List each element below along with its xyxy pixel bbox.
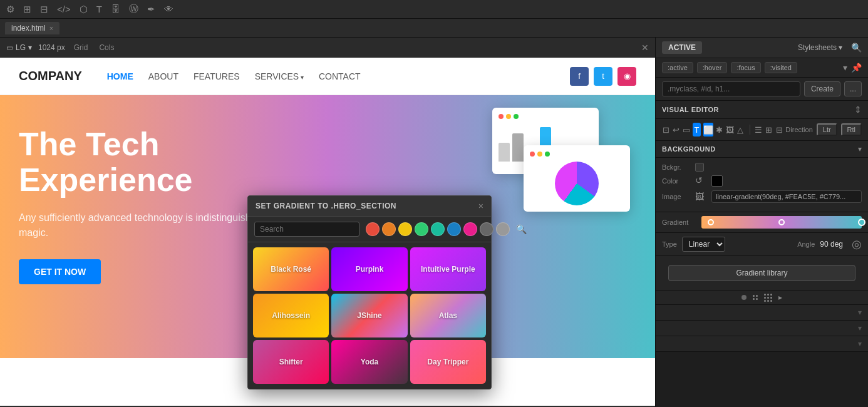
instagram-button[interactable]: ◉ [617, 67, 636, 86]
pin-icon[interactable]: 📌 [851, 63, 862, 73]
collapse-row-1[interactable]: ▾ [656, 305, 868, 321]
collapse-arrow-3[interactable]: ▾ [858, 339, 862, 348]
swatch-green[interactable] [415, 222, 428, 236]
eye-preview-icon[interactable]: 👁 [164, 4, 173, 14]
ve-tool-arrow[interactable]: ↩ [672, 123, 679, 137]
pseudo-expand-arrow[interactable]: ▾ [843, 63, 847, 73]
twitter-button[interactable]: t [594, 67, 612, 86]
ve-tool-grid[interactable]: ⊟ [775, 123, 783, 137]
hero-cta-button[interactable]: GET IT NOW [19, 259, 101, 284]
ltr-button[interactable]: Ltr [817, 123, 837, 136]
ve-tool-image[interactable]: 🖼 [726, 123, 734, 137]
typography-icon[interactable]: T [96, 4, 102, 14]
split-icon[interactable]: ⊟ [40, 4, 48, 15]
background-section-arrow[interactable]: ▾ [858, 145, 862, 153]
pseudo-hover[interactable]: :hover [697, 62, 728, 73]
gradient-jshine[interactable]: JShine [331, 294, 407, 337]
panel-search-icon[interactable]: 🔍 [851, 43, 862, 53]
swatch-gray[interactable] [480, 222, 493, 236]
swatch-red[interactable] [366, 222, 380, 236]
collapse-row-1-label [662, 309, 664, 316]
ellipsis-button[interactable]: ... [844, 81, 862, 96]
modal-close-button[interactable]: × [478, 201, 483, 211]
bckgr-row: Bckgr. [662, 163, 862, 172]
swatch-pink[interactable] [463, 222, 477, 236]
collapse-row-3[interactable]: ▾ [656, 336, 868, 352]
components-icon[interactable]: ⬡ [80, 4, 88, 15]
image-value-input[interactable] [711, 190, 862, 203]
section-expand-icon[interactable]: ⇕ [854, 105, 862, 115]
visual-editor-section-header[interactable]: VISUAL EDITOR ⇕ [656, 101, 868, 119]
ve-tool-box[interactable]: ⊡ [662, 123, 669, 137]
win-dot-red-2 [530, 152, 535, 157]
modal-search-icon[interactable]: 🔍 [516, 224, 527, 234]
file-tab[interactable]: index.html × [5, 22, 59, 34]
nav-services[interactable]: SERVICES [255, 71, 304, 81]
tab-close-icon[interactable]: × [49, 24, 53, 32]
gradient-yoda[interactable]: Yoda [331, 340, 407, 384]
color-cycle-icon[interactable]: ↺ [695, 175, 706, 187]
gradient-intuitive-purple[interactable]: Intuitive Purple [410, 247, 486, 291]
gradient-black-rose[interactable]: Black Rosé [253, 247, 329, 291]
image-icon[interactable]: 🖼 [695, 192, 704, 202]
ve-tool-rect[interactable]: ▭ [683, 123, 690, 137]
canvas-close-button[interactable]: ✕ [641, 43, 649, 53]
bckgr-checkbox[interactable] [695, 163, 704, 172]
gradient-end-dot[interactable] [858, 219, 865, 226]
breakpoint-selector[interactable]: ▭ LG ▾ [6, 43, 32, 52]
storage-icon[interactable]: 🗄 [111, 4, 120, 14]
gradient-purpink[interactable]: Purpink [331, 247, 407, 291]
dots-more-icon[interactable]: ▸ [778, 293, 782, 302]
nav-about[interactable]: ABOUT [148, 71, 178, 81]
ve-tool-table[interactable]: ⊞ [765, 123, 773, 137]
pseudo-active[interactable]: :active [662, 62, 693, 73]
swatch-blue[interactable] [447, 222, 461, 236]
nav-features[interactable]: FEATURES [194, 71, 240, 81]
code-icon[interactable]: </> [57, 4, 71, 14]
facebook-button[interactable]: f [570, 67, 589, 86]
gradient-search-input[interactable] [254, 222, 359, 237]
gradient-shifter[interactable]: Shifter [253, 340, 329, 384]
ve-tool-shapes[interactable]: △ [736, 123, 744, 137]
pseudo-visited[interactable]: :visited [765, 62, 797, 73]
gradient-atlas[interactable]: Atlas [410, 294, 486, 337]
gradient-stop-2[interactable] [778, 219, 785, 225]
ve-tool-gradient[interactable]: ⬜ [703, 123, 713, 137]
swatch-light-gray[interactable] [496, 222, 510, 236]
swatch-yellow[interactable] [398, 222, 412, 236]
background-section-header[interactable]: BACKGROUND ▾ [656, 141, 868, 158]
pseudo-focus[interactable]: :focus [731, 62, 760, 73]
wordpress-icon[interactable]: Ⓦ [129, 3, 138, 15]
gradient-row: Gradient [662, 216, 862, 229]
collapse-row-2[interactable]: ▾ [656, 321, 868, 336]
nav-contact[interactable]: CONTACT [319, 71, 361, 81]
type-select[interactable]: Linear Radial Conic [682, 237, 725, 252]
selector-input[interactable] [662, 81, 800, 96]
ve-tool-text[interactable]: T [693, 123, 700, 137]
grid-button[interactable]: Grid [71, 42, 91, 53]
swatch-teal[interactable] [431, 222, 445, 236]
gradient-library-button[interactable]: Gradient library [668, 265, 855, 281]
gradient-day-tripper[interactable]: Day Tripper [410, 340, 486, 384]
cols-button[interactable]: Cols [96, 42, 116, 53]
settings-icon[interactable]: ⚙ [6, 4, 14, 15]
create-button[interactable]: Create [804, 81, 840, 96]
collapse-arrow-1[interactable]: ▾ [858, 308, 862, 317]
stylesheets-button[interactable]: Stylesheets ▾ [798, 43, 842, 52]
nav-home[interactable]: HOME [107, 71, 133, 81]
ve-tool-list[interactable]: ☰ [755, 123, 762, 137]
angle-dial[interactable]: ◎ [852, 237, 862, 251]
layers-icon[interactable]: ⊞ [23, 4, 31, 15]
gradient-bar[interactable] [701, 216, 862, 229]
gradient-modal[interactable]: SET GRADIENT TO .HERO_SECTION × [247, 195, 492, 389]
ve-tool-star[interactable]: ✱ [716, 123, 723, 137]
gradient-alihossein[interactable]: Alihossein [253, 294, 329, 337]
direction-label: Direction [785, 126, 812, 133]
swatch-orange[interactable] [382, 222, 396, 236]
color-swatch[interactable] [711, 175, 723, 187]
rtl-button[interactable]: Rtl [841, 123, 862, 136]
collapse-arrow-2[interactable]: ▾ [858, 324, 862, 332]
pen-icon[interactable]: ✒ [147, 4, 155, 15]
nav-social: f t ◉ [570, 67, 636, 86]
gradient-stop-1[interactable] [708, 219, 714, 225]
